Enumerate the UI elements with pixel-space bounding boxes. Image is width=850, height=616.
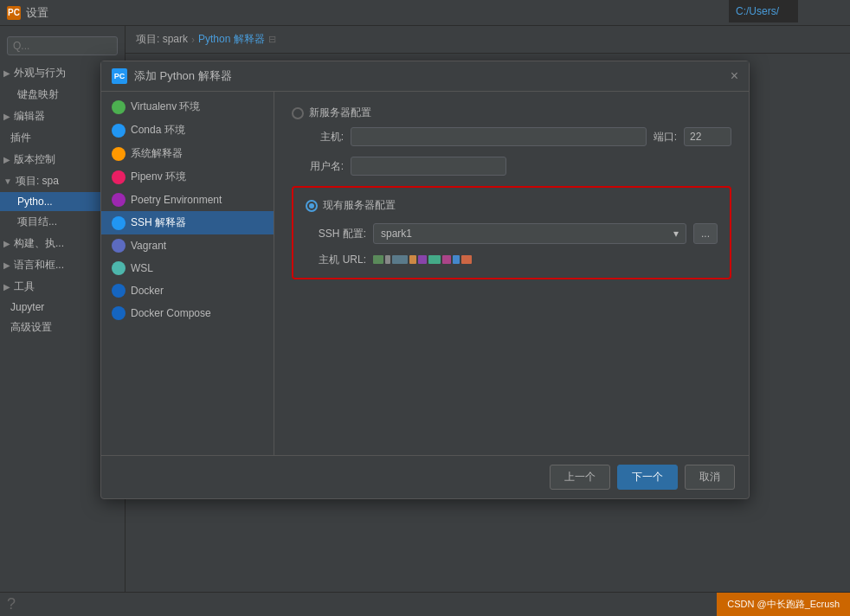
- breadcrumb-page[interactable]: Python 解释器: [198, 32, 265, 47]
- url-segment: [392, 255, 408, 264]
- edit-icon[interactable]: ⊟: [268, 34, 276, 45]
- host-url-row: 主机 URL:: [306, 253, 718, 267]
- url-segment: [428, 255, 441, 264]
- nav-item-label: Conda 环境: [131, 123, 185, 138]
- breadcrumb-project: 项目: spark: [136, 32, 188, 47]
- nav-item-docker[interactable]: Docker: [101, 279, 274, 302]
- url-segment: [453, 255, 460, 264]
- nav-item-label: SSH 解释器: [131, 215, 186, 230]
- nav-item-label: Virtualenv 环境: [131, 99, 200, 114]
- dialog-title: 添加 Python 解释器: [134, 68, 232, 84]
- nav-item-ssh[interactable]: SSH 解释器: [101, 211, 274, 234]
- blurred-url: [373, 255, 472, 264]
- host-url-value: [373, 254, 472, 266]
- window-title: 设置: [26, 5, 48, 21]
- url-segment: [442, 255, 451, 264]
- port-label: 端口:: [654, 130, 677, 144]
- dialog-pc-icon: PC: [112, 68, 127, 84]
- dialog-content: 新服务器配置 主机: 端口: 用户名: 现有服务器配置: [274, 92, 749, 455]
- port-input[interactable]: [684, 127, 731, 146]
- ssh-browse-button[interactable]: ...: [693, 223, 718, 244]
- nav-item-label: 系统解释器: [131, 146, 183, 161]
- nav-item-label: Docker: [131, 285, 164, 297]
- breadcrumb-arrow: ›: [191, 34, 195, 46]
- app-icon: PC: [7, 6, 21, 20]
- nav-item-system[interactable]: 系统解释器: [101, 142, 274, 165]
- existing-server-title-row: 现有服务器配置: [306, 198, 718, 213]
- nav-item-label: Pipenv 环境: [131, 170, 186, 184]
- dropdown-arrow-icon: ▾: [673, 228, 679, 240]
- ssh-config-label: SSH 配置:: [306, 227, 366, 241]
- dialog-body: Virtualenv 环境 Conda 环境 系统解释器 Pipenv 环境 P…: [101, 92, 749, 455]
- nav-item-label: Docker Compose: [131, 307, 211, 319]
- dialog-footer: 上一个 下一个 取消: [101, 455, 749, 498]
- cancel-button[interactable]: 取消: [685, 465, 735, 490]
- dialog-close-button[interactable]: ×: [731, 69, 738, 83]
- csdn-badge: CSDN @中长跑路_Ecrush: [717, 593, 850, 616]
- dialog-title-left: PC 添加 Python 解释器: [112, 68, 232, 84]
- nav-item-conda[interactable]: Conda 环境: [101, 119, 274, 142]
- nav-item-virtualenv[interactable]: Virtualenv 环境: [101, 95, 274, 119]
- dialog-overlay: PC 添加 Python 解释器 × Virtualenv 环境 Conda 环…: [0, 26, 850, 616]
- url-segment: [461, 255, 472, 264]
- host-row: 主机: 端口:: [292, 127, 731, 146]
- nav-item-label: Poetry Environment: [131, 194, 222, 206]
- nav-item-pipenv[interactable]: Pipenv 环境: [101, 165, 274, 189]
- nav-item-wsl[interactable]: WSL: [101, 257, 274, 279]
- nav-item-label: Vagrant: [131, 240, 166, 252]
- ssh-icon: [112, 216, 126, 230]
- existing-server-section: 现有服务器配置 SSH 配置: spark1 ▾ ... 主机 URL:: [292, 186, 731, 279]
- nav-item-vagrant[interactable]: Vagrant: [101, 234, 274, 257]
- url-segment: [418, 255, 427, 264]
- existing-server-radio[interactable]: [306, 200, 318, 212]
- username-label: 用户名:: [292, 159, 344, 174]
- virtualenv-icon: [112, 100, 126, 114]
- nav-item-poetry[interactable]: Poetry Environment: [101, 189, 274, 211]
- new-server-radio[interactable]: [292, 107, 304, 119]
- ssh-config-dropdown[interactable]: spark1 ▾: [373, 223, 686, 244]
- dialog-nav: Virtualenv 环境 Conda 环境 系统解释器 Pipenv 环境 P…: [101, 92, 274, 455]
- wsl-icon: [112, 261, 126, 275]
- title-bar: PC 设置: [0, 0, 850, 26]
- prev-button[interactable]: 上一个: [550, 465, 610, 490]
- nav-item-label: WSL: [131, 262, 153, 274]
- host-input[interactable]: [351, 127, 647, 146]
- existing-server-radio-label: 现有服务器配置: [323, 198, 396, 213]
- username-input[interactable]: [351, 157, 506, 176]
- host-label: 主机:: [292, 130, 344, 144]
- path-text: C:/Users/: [736, 5, 779, 17]
- docker-icon: [112, 284, 126, 298]
- conda-icon: [112, 124, 126, 138]
- vagrant-icon: [112, 239, 126, 253]
- pipenv-icon: [112, 170, 126, 184]
- add-interpreter-dialog: PC 添加 Python 解释器 × Virtualenv 环境 Conda 环…: [100, 61, 750, 499]
- url-segment: [385, 255, 390, 264]
- csdn-label: CSDN @中长跑路_Ecrush: [727, 598, 840, 611]
- ssh-config-value: spark1: [381, 228, 412, 240]
- new-server-radio-label: 新服务器配置: [309, 106, 371, 120]
- dialog-title-bar: PC 添加 Python 解释器 ×: [101, 61, 749, 92]
- url-segment: [373, 255, 383, 264]
- breadcrumb: 项目: spark › Python 解释器 ⊟: [126, 26, 850, 54]
- nav-item-docker-compose[interactable]: Docker Compose: [101, 302, 274, 324]
- poetry-icon: [112, 193, 126, 207]
- host-url-label: 主机 URL:: [306, 253, 366, 267]
- system-icon: [112, 147, 126, 161]
- path-bar: C:/Users/: [729, 0, 798, 22]
- next-button[interactable]: 下一个: [617, 465, 678, 490]
- new-server-radio-row: 新服务器配置: [292, 106, 731, 120]
- username-row: 用户名:: [292, 157, 731, 176]
- help-button[interactable]: ?: [0, 595, 16, 613]
- ssh-config-row: SSH 配置: spark1 ▾ ...: [306, 223, 718, 244]
- url-segment: [409, 255, 416, 264]
- docker-compose-icon: [112, 306, 126, 320]
- bottom-bar: ? CSDN @中长跑路_Ecrush: [0, 592, 850, 616]
